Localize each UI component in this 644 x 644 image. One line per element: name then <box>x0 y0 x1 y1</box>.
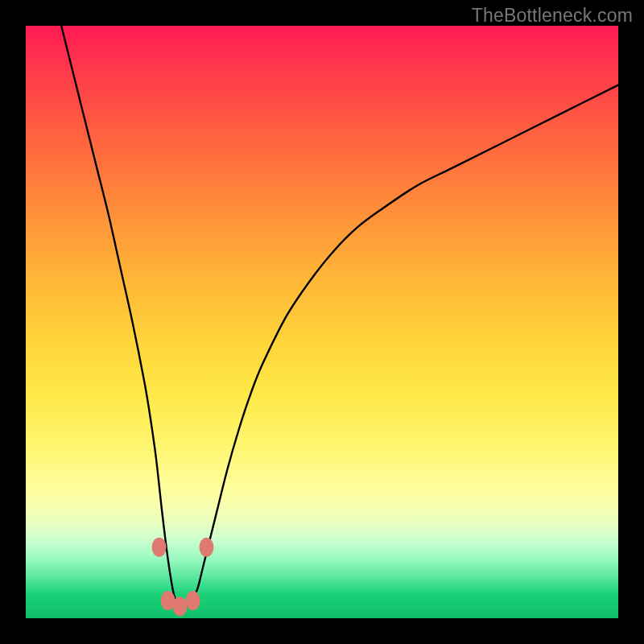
curve-markers <box>152 538 214 617</box>
curve-marker <box>200 538 214 557</box>
chart-frame: TheBottleneck.com <box>0 0 644 644</box>
bottleneck-curve <box>61 26 618 608</box>
curve-marker <box>152 538 167 557</box>
curve-marker <box>186 591 200 610</box>
bottleneck-curve-svg <box>26 26 618 618</box>
plot-area <box>26 26 618 618</box>
curve-marker <box>172 597 187 616</box>
watermark-text: TheBottleneck.com <box>472 5 633 27</box>
